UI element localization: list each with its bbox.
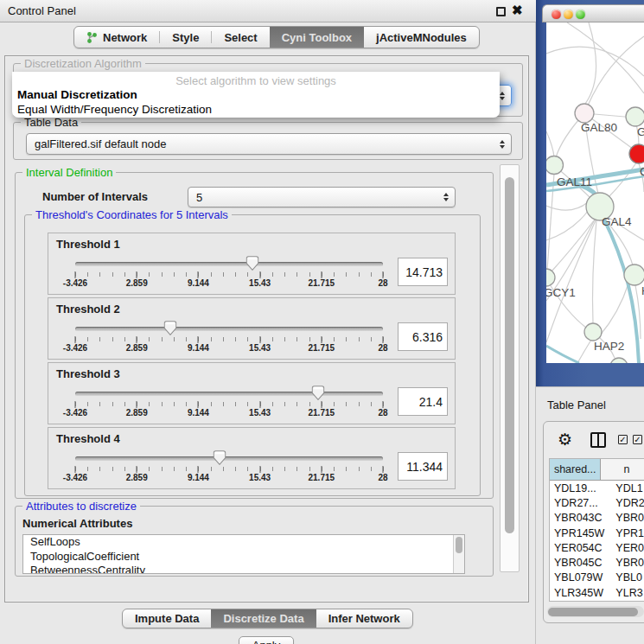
table-row[interactable]: YER054CYER0 bbox=[550, 540, 644, 555]
checkbox-icon[interactable]: ✓ bbox=[633, 435, 642, 444]
cell-name[interactable]: YBR0 bbox=[613, 512, 644, 524]
scrollbar-thumb[interactable] bbox=[548, 608, 638, 616]
node-gcy1[interactable] bbox=[546, 269, 555, 286]
table-row[interactable]: YLR345WYLR3 bbox=[550, 585, 644, 600]
node-gal80[interactable] bbox=[575, 104, 594, 123]
scrollbar-thumb[interactable] bbox=[456, 537, 462, 553]
cell-name[interactable]: YDL1 bbox=[613, 482, 644, 494]
zoom-traffic-light-icon[interactable] bbox=[576, 10, 585, 19]
table-toolbar: ⚙ ✓ ✓ bbox=[544, 429, 644, 453]
tab-select[interactable]: Select bbox=[212, 27, 269, 48]
slider-track[interactable] bbox=[75, 392, 383, 396]
cell-shared-name[interactable]: YBR045C bbox=[550, 557, 613, 569]
node-red[interactable] bbox=[629, 144, 644, 163]
table-row[interactable]: YBL079WYBL0 bbox=[550, 571, 644, 585]
slider-track[interactable] bbox=[75, 327, 383, 331]
network-canvas[interactable]: GAL80 GA C GAL11 GAL4 GCY1 H HAP2 bbox=[546, 22, 644, 363]
close-traffic-light-icon[interactable] bbox=[552, 10, 561, 19]
threshold-value-field[interactable] bbox=[398, 258, 448, 286]
gear-icon[interactable]: ⚙ bbox=[558, 430, 572, 450]
node-attribute-table[interactable]: shared... n YDL19...YDL1YDR27...YDR2YBR0… bbox=[549, 458, 644, 602]
scrollbar-thumb[interactable] bbox=[505, 177, 514, 533]
cell-name[interactable]: YLR3 bbox=[613, 587, 644, 599]
node-partial-bottom[interactable] bbox=[610, 358, 628, 363]
table-row[interactable]: YPR145WYPR1 bbox=[550, 526, 644, 540]
table-row[interactable]: YIL052CYIL0 bbox=[550, 600, 644, 602]
threshold-value-field[interactable] bbox=[398, 387, 448, 416]
threshold-slider[interactable]: -3.4262.8599.14415.4321.71528 bbox=[75, 428, 383, 490]
threshold-slider[interactable]: -3.4262.8599.14415.4321.71528 bbox=[75, 363, 383, 425]
table-row[interactable]: YBR043CYBR0 bbox=[550, 511, 644, 526]
tab-network[interactable]: Network bbox=[74, 27, 159, 48]
close-icon[interactable]: ✖ bbox=[512, 3, 523, 18]
slider-thumb[interactable] bbox=[246, 256, 259, 271]
tab-infer-network[interactable]: Infer Network bbox=[316, 609, 412, 628]
tab-impute-data[interactable]: Impute Data bbox=[123, 609, 211, 628]
slider-thumb[interactable] bbox=[312, 386, 325, 400]
cell-shared-name[interactable]: YPR145W bbox=[550, 527, 613, 539]
tab-label: Infer Network bbox=[328, 612, 400, 625]
split-columns-icon[interactable] bbox=[590, 432, 606, 448]
cell-name[interactable]: YBR0 bbox=[613, 557, 644, 569]
node-hap2[interactable] bbox=[584, 323, 602, 341]
dropdown-option-equal-width[interactable]: Equal Width/Frequency Discretization bbox=[12, 102, 500, 117]
network-window-titlebar[interactable] bbox=[542, 4, 644, 22]
cell-shared-name[interactable]: YLR345W bbox=[550, 587, 613, 599]
tab-jactivemnodules[interactable]: jActiveMNodules bbox=[364, 27, 479, 48]
tab-discretize-data[interactable]: Discretize Data bbox=[211, 609, 316, 628]
cell-shared-name[interactable]: YBR043C bbox=[550, 512, 613, 524]
tick-label: 21.715 bbox=[309, 278, 335, 288]
node-h[interactable] bbox=[624, 265, 644, 285]
column-header-name[interactable]: n bbox=[601, 459, 644, 480]
tick-mark bbox=[137, 466, 137, 473]
node-partial-right[interactable] bbox=[626, 107, 644, 126]
slider-track[interactable] bbox=[75, 456, 383, 461]
cell-shared-name[interactable]: YDR27... bbox=[550, 497, 613, 509]
threshold-value-field[interactable] bbox=[398, 322, 448, 351]
node-gal11[interactable] bbox=[546, 156, 564, 175]
apply-button[interactable]: Apply bbox=[239, 636, 294, 644]
threshold-value-field[interactable] bbox=[398, 452, 448, 481]
main-scrollbar[interactable] bbox=[500, 164, 520, 572]
minimize-traffic-light-icon[interactable] bbox=[564, 10, 573, 19]
stepper-arrows-icon bbox=[500, 140, 505, 149]
num-intervals-label: Number of Intervals bbox=[42, 190, 148, 203]
table-data-combobox[interactable]: galFiltered.sif default node bbox=[26, 133, 512, 155]
attribute-list-item[interactable]: SelfLoops bbox=[23, 535, 464, 550]
control-panel: Control Panel ✖ Network Style Select Cyn… bbox=[0, 0, 536, 644]
cell-name[interactable]: YER0 bbox=[613, 542, 644, 554]
cell-shared-name[interactable]: YER054C bbox=[550, 542, 613, 554]
table-row[interactable]: YBR045CYBR0 bbox=[550, 555, 644, 570]
threshold-slider[interactable]: -3.4262.8599.14415.4321.71528 bbox=[75, 233, 383, 296]
checkbox-icon[interactable]: ✓ bbox=[618, 435, 628, 444]
tick-mark bbox=[75, 336, 76, 343]
list-scrollbar[interactable] bbox=[453, 535, 464, 573]
float-icon[interactable] bbox=[496, 7, 506, 16]
table-panel-title: Table Panel bbox=[547, 399, 606, 411]
slider-thumb[interactable] bbox=[214, 450, 226, 465]
slider-track[interactable] bbox=[75, 262, 383, 266]
slider-tick-labels: -3.4262.8599.14415.4321.71528 bbox=[75, 473, 383, 484]
threshold-slider[interactable]: -3.4262.8599.14415.4321.71528 bbox=[75, 298, 383, 360]
cell-name[interactable]: YPR1 bbox=[613, 527, 644, 539]
table-horizontal-scrollbar[interactable] bbox=[547, 606, 644, 617]
tab-label: Network bbox=[103, 31, 147, 44]
cell-shared-name[interactable]: YBL079W bbox=[550, 571, 613, 583]
cell-shared-name[interactable]: YDL19... bbox=[550, 482, 613, 494]
tab-style[interactable]: Style bbox=[160, 27, 211, 48]
group-title: Discretization Algorithm bbox=[21, 57, 145, 70]
cell-name[interactable]: YBL0 bbox=[613, 571, 644, 583]
num-intervals-combobox[interactable]: 5 bbox=[188, 187, 456, 207]
column-header-shared-name[interactable]: shared... bbox=[550, 459, 601, 480]
numerical-attributes-list[interactable]: SelfLoopsTopologicalCoefficientBetweenne… bbox=[22, 534, 465, 574]
dropdown-option-manual[interactable]: Manual Discretization bbox=[12, 87, 500, 102]
attribute-list-item[interactable]: TopologicalCoefficient bbox=[23, 550, 464, 564]
cell-name[interactable]: YDR2 bbox=[613, 497, 644, 509]
table-row[interactable]: YDL19...YDL1 bbox=[550, 481, 644, 495]
attribute-list-item[interactable]: BetweennessCentrality bbox=[23, 564, 464, 574]
tick-label: 21.715 bbox=[309, 343, 335, 353]
group-title: Interval Definition bbox=[22, 166, 116, 179]
tab-cyni-toolbox[interactable]: Cyni Toolbox bbox=[270, 27, 364, 48]
table-row[interactable]: YDR27...YDR2 bbox=[550, 495, 644, 510]
slider-thumb[interactable] bbox=[164, 321, 177, 335]
